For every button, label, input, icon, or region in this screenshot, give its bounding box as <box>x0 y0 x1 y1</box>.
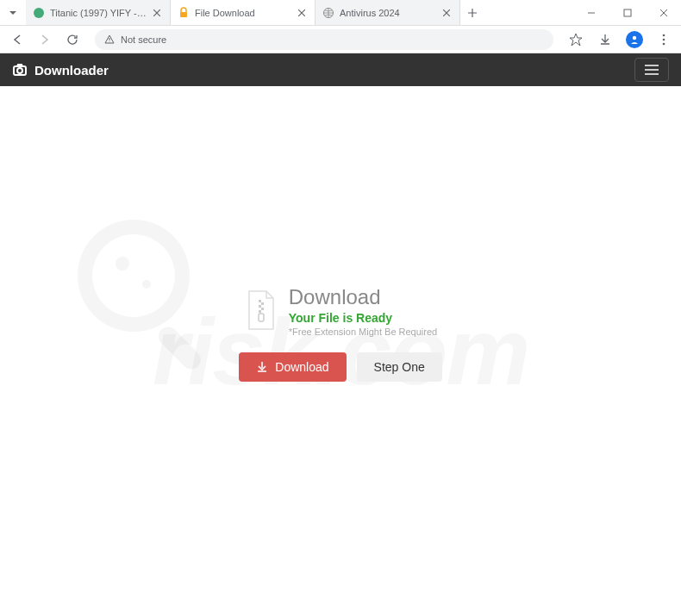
svg-rect-19 <box>259 310 261 313</box>
svg-point-7 <box>663 42 665 45</box>
svg-point-12 <box>116 257 129 271</box>
window-controls <box>579 1 681 25</box>
svg-rect-3 <box>624 9 631 16</box>
tab-filedownload[interactable]: File Download <box>171 0 316 25</box>
titlebar: Titanic (1997) YIFY - Download File Down… <box>0 0 681 26</box>
svg-rect-14 <box>154 323 204 373</box>
brand: Downloader <box>12 62 109 78</box>
reload-icon <box>66 34 78 46</box>
maximize-icon <box>623 9 632 17</box>
svg-point-5 <box>663 34 665 36</box>
button-row: Download Step One <box>239 352 441 382</box>
svg-rect-16 <box>261 302 264 305</box>
minimize-button[interactable] <box>579 1 603 25</box>
kebab-icon <box>657 33 671 47</box>
close-icon <box>153 9 160 16</box>
svg-point-0 <box>34 8 44 18</box>
arrow-left-icon <box>11 34 23 46</box>
back-button[interactable] <box>7 29 28 50</box>
tab-title: Antivirus 2024 <box>340 8 437 18</box>
toolbar-right <box>565 29 674 50</box>
brand-text: Downloader <box>34 63 109 78</box>
svg-point-4 <box>633 35 636 39</box>
tab-titanic[interactable]: Titanic (1997) YIFY - Download <box>26 0 171 25</box>
download-info-row: Download Your File is Ready *Free Extens… <box>239 286 441 336</box>
tab-close-button[interactable] <box>296 7 308 19</box>
tab-title: File Download <box>195 8 292 18</box>
tab-title: Titanic (1997) YIFY - Download <box>50 8 147 18</box>
plus-icon <box>467 8 478 18</box>
file-zip-icon <box>244 289 278 333</box>
not-secure-icon <box>103 34 116 46</box>
close-icon <box>659 9 668 17</box>
svg-rect-18 <box>261 308 264 310</box>
download-panel: Download Your File is Ready *Free Extens… <box>239 286 441 381</box>
svg-point-13 <box>142 280 151 289</box>
svg-point-6 <box>663 38 665 40</box>
download-title: Download <box>289 286 437 308</box>
address-label: Not secure <box>121 34 166 45</box>
magnifier-watermark-icon <box>52 207 241 396</box>
tab-close-button[interactable] <box>151 7 163 19</box>
svg-point-11 <box>92 234 175 317</box>
svg-rect-15 <box>259 300 261 302</box>
bookmark-button[interactable] <box>565 29 586 50</box>
favicon-yify-icon <box>33 7 45 19</box>
minimize-icon <box>587 9 596 17</box>
profile-avatar-icon <box>626 31 643 48</box>
step-one-button[interactable]: Step One <box>357 352 442 382</box>
step-one-button-label: Step One <box>374 360 425 374</box>
profile-button[interactable] <box>624 29 645 50</box>
tab-close-button[interactable] <box>440 7 453 19</box>
star-icon <box>569 33 583 47</box>
menu-button[interactable] <box>653 29 674 50</box>
close-icon <box>298 9 305 16</box>
page-main: risk.com Download Your File is Ready <box>0 86 681 616</box>
maximize-button[interactable] <box>615 1 640 25</box>
favicon-globe-icon <box>322 7 334 19</box>
svg-rect-1 <box>180 12 187 17</box>
tab-search-dropdown[interactable] <box>0 0 26 25</box>
hamburger-icon <box>644 64 659 76</box>
reload-button[interactable] <box>62 29 83 50</box>
svg-point-10 <box>78 220 190 332</box>
new-tab-button[interactable] <box>460 0 484 25</box>
download-button-label: Download <box>275 360 328 374</box>
tab-antivirus[interactable]: Antivirus 2024 <box>316 0 460 25</box>
svg-rect-17 <box>259 305 261 308</box>
close-window-button[interactable] <box>652 1 676 25</box>
address-bar[interactable]: Not secure <box>95 29 553 50</box>
arrow-right-icon <box>39 34 51 46</box>
download-button[interactable]: Download <box>239 352 346 382</box>
download-note: *Free Extension Might Be Required <box>289 327 437 337</box>
close-icon <box>443 9 450 16</box>
forward-button[interactable] <box>34 29 55 50</box>
download-arrow-icon <box>256 361 268 373</box>
downloads-button[interactable] <box>595 29 615 50</box>
download-text-block: Download Your File is Ready *Free Extens… <box>289 286 437 336</box>
page-header: Downloader <box>0 53 681 86</box>
page-menu-button[interactable] <box>634 58 669 82</box>
favicon-lock-icon <box>178 7 190 19</box>
tab-strip: Titanic (1997) YIFY - Download File Down… <box>0 0 484 25</box>
svg-point-9 <box>17 68 22 73</box>
download-ready-text: Your File is Ready <box>289 311 437 325</box>
chevron-down-icon <box>9 9 17 17</box>
browser-toolbar: Not secure <box>0 26 681 53</box>
camera-icon <box>12 62 28 78</box>
download-icon <box>598 33 612 47</box>
